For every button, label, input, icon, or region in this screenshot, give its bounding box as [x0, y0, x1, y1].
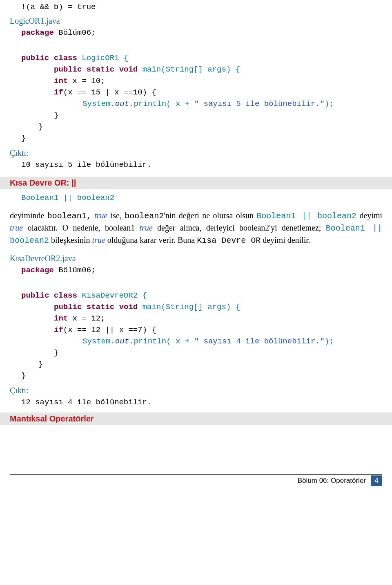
prose-1m: Kısa Devre OR — [197, 236, 261, 245]
str-lit2: " sayısı 4 ile bölünebilir." — [194, 337, 325, 346]
page-number: 4 — [371, 475, 382, 486]
file1-label: LogicOR1.java — [10, 16, 382, 26]
code2-brace2: } — [10, 360, 382, 369]
kw-public4: public — [54, 303, 82, 312]
code2-int: int x = 12; — [10, 314, 382, 323]
kw-static: static — [87, 65, 114, 74]
kw-void2: void — [119, 303, 138, 312]
prose-1g: deyimi — [356, 211, 382, 220]
x-decl: x = 10; — [68, 76, 105, 85]
prose-1d: boolean2 — [125, 211, 164, 221]
code2-package: package Bölüm06; — [10, 266, 382, 275]
code1-println: System.out.println( x + " sayısı 5 ile b… — [10, 99, 382, 108]
prose-1i: değer alınca, derleyici boolean2'yi dene… — [157, 223, 326, 232]
prose-1l: olduğuna karar verir. Buna — [107, 235, 197, 244]
str-lit: " sayısı 5 ile bölünebilir." — [194, 99, 325, 108]
prose-1a: deyiminde — [10, 211, 47, 220]
main-sig: main(String[] args) { — [138, 65, 240, 74]
cikti1-text: 10 sayısı 5 ile bölünebilir. — [10, 160, 382, 169]
code2-brace3: } — [10, 371, 382, 380]
prose-1h: olacaktır. O nedenle, boolean1 — [28, 223, 140, 232]
class-name2: KısaDevreOR2 { — [77, 291, 147, 300]
code1-main: public static void main(String[] args) { — [10, 65, 382, 74]
code1-int: int x = 10; — [10, 76, 382, 85]
prose-1e: 'nin değeri ne olursa olsun — [164, 211, 256, 220]
if-cond2: (x == 12 || x ==7) { — [63, 325, 156, 334]
top-expression: !(a && b) = true — [10, 2, 382, 11]
main-sig2: main(String[] args) { — [138, 303, 240, 312]
prose-true3: true — [140, 223, 158, 232]
code2-brace1: } — [10, 348, 382, 357]
prose-1b: boolean1, — [47, 211, 91, 221]
cikti1-label: Çıktı: — [10, 148, 382, 158]
class-name: LogicOR1 { — [77, 54, 128, 63]
println2: .println( x + — [129, 337, 194, 346]
bool-expr: Boolean1 || boolean2 — [10, 193, 382, 202]
file2-label: KısaDevreOR2.java — [10, 254, 382, 263]
prose-true1: true — [91, 211, 111, 220]
kw-int2: int — [54, 314, 68, 323]
code2-if: if(x == 12 || x ==7) { — [10, 325, 382, 334]
kw-class2: class — [54, 291, 77, 300]
out: out — [115, 99, 129, 108]
prose-1f: Boolean1 || boolean2 — [256, 211, 356, 221]
kw-class: class — [54, 54, 77, 63]
kw-public2: public — [54, 65, 82, 74]
footer-text: Bölüm 06: Operatörler — [298, 477, 366, 485]
prose-true4: true — [92, 235, 107, 244]
prose-1c: ise, — [111, 211, 125, 220]
kw-if: if — [54, 88, 63, 97]
code1-brace1: } — [10, 111, 382, 120]
kw-package2: package — [21, 266, 54, 275]
code1-package: package Bölüm06; — [10, 28, 382, 37]
pkg-name: Bölüm06; — [54, 28, 96, 37]
kw-int: int — [54, 76, 68, 85]
kw-public: public — [21, 54, 49, 63]
out2: out — [115, 337, 129, 346]
cikti2-label: Çıktı: — [10, 386, 382, 395]
code2-println: System.out.println( x + " sayısı 4 ile b… — [10, 337, 382, 346]
println: .println( x + — [129, 99, 194, 108]
section-kisa-devre: Kısa Devre OR: || — [0, 177, 392, 189]
if-cond: (x == 15 | x ==10) { — [63, 88, 156, 97]
cikti2-text: 12 sayısı 4 ile bölünebilir. — [10, 398, 382, 407]
kw-void: void — [119, 65, 138, 74]
kw-if2: if — [54, 325, 63, 334]
code1-brace3: } — [10, 134, 382, 143]
prose-1k: bileşkesinin — [49, 235, 92, 244]
sys2: System. — [82, 337, 115, 346]
code1-brace2: } — [10, 122, 382, 131]
end: ); — [325, 99, 334, 108]
sys: System. — [82, 99, 115, 108]
prose-true2: true — [10, 223, 28, 232]
kw-static2: static — [87, 303, 114, 312]
code2-main: public static void main(String[] args) { — [10, 303, 382, 312]
code1-class: public class LogicOR1 { — [10, 54, 382, 63]
prose-1n: deyimi denilir. — [261, 235, 310, 244]
section-mantiksal: Mantıksal Operatörler — [0, 412, 392, 425]
kw-public3: public — [21, 291, 49, 300]
code1-if: if(x == 15 | x ==10) { — [10, 88, 382, 97]
end2: ); — [325, 337, 334, 346]
kw-package: package — [21, 28, 54, 37]
pkg-name2: Bölüm06; — [54, 266, 96, 275]
footer: Bölüm 06: Operatörler 4 — [10, 474, 382, 486]
x-decl2: x = 12; — [68, 314, 105, 323]
prose-paragraph: deyiminde boolean1, true ise, boolean2'n… — [10, 210, 382, 247]
code2-class: public class KısaDevreOR2 { — [10, 291, 382, 300]
